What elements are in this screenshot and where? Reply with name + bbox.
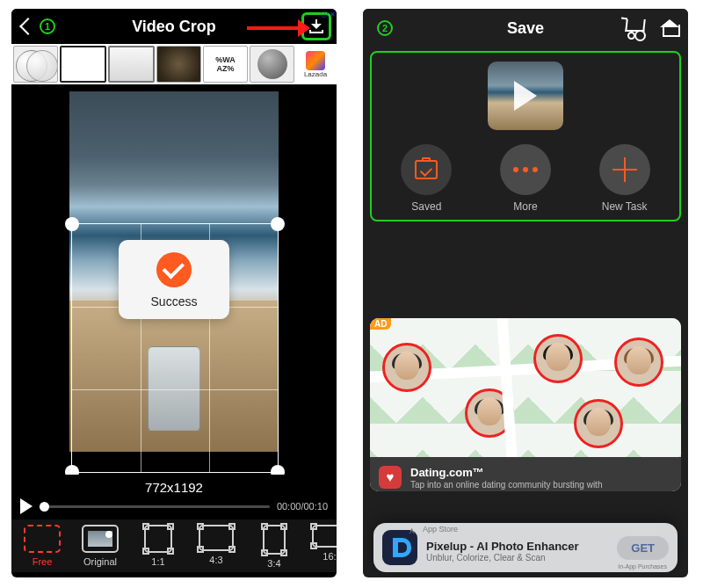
get-button[interactable]: GET xyxy=(617,536,669,560)
saved-icon xyxy=(415,160,438,179)
action-new-task[interactable]: New Task xyxy=(599,144,650,213)
ratio-16-9[interactable]: 16:9 xyxy=(305,525,337,569)
play-icon[interactable] xyxy=(20,498,33,514)
back-icon[interactable] xyxy=(19,18,37,35)
app-icon xyxy=(382,530,417,565)
crop-handle-tl[interactable] xyxy=(65,217,79,231)
annotation-arrow xyxy=(247,26,300,30)
ad-title: Dating.com™ xyxy=(410,466,484,479)
ratio-3-4[interactable]: 3:4 xyxy=(247,525,301,569)
ad-sponsor[interactable]: ⓘ ✕ Lazada xyxy=(296,46,335,83)
sheet-title: Pixelup - AI Photo Enhancer xyxy=(426,540,608,553)
avatar-pin xyxy=(574,399,623,448)
action-more[interactable]: More xyxy=(500,144,551,213)
crop-handle-tr[interactable] xyxy=(271,217,285,231)
store-label: App Store xyxy=(423,525,458,534)
ratio-4-3[interactable]: 4:3 xyxy=(189,525,243,569)
ad-thumb[interactable] xyxy=(13,46,58,83)
sheet-subtitle: Unblur, Colorize, Clear & Scan xyxy=(426,553,608,563)
screen-save: 2 Save Saved More New Task AD xyxy=(363,9,688,577)
step-badge-1: 1 xyxy=(40,18,55,34)
ad-illustration xyxy=(370,318,681,457)
seek-slider[interactable] xyxy=(40,505,270,508)
avatar-pin xyxy=(533,334,583,383)
video-preview[interactable]: Success xyxy=(11,84,337,475)
app-store-sheet[interactable]: ⋏ App Store Pixelup - AI Photo Enhancer … xyxy=(373,523,678,572)
ratio-original[interactable]: Original xyxy=(73,525,127,569)
success-toast: Success xyxy=(119,240,229,319)
cart-icon[interactable] xyxy=(625,19,644,37)
ad-thumb[interactable] xyxy=(156,46,201,83)
navbar: 2 Save xyxy=(363,9,688,47)
crop-handle-bl[interactable] xyxy=(65,465,79,475)
action-saved[interactable]: Saved xyxy=(401,144,452,213)
ad-subtitle: Tap into an online dating community burs… xyxy=(410,480,602,490)
home-icon[interactable] xyxy=(660,19,679,37)
ad-sponsor-label: Lazada xyxy=(304,70,327,78)
download-icon xyxy=(309,19,323,33)
crop-handle-br[interactable] xyxy=(271,465,285,475)
playback-controls: 00:00/00:10 xyxy=(11,498,337,519)
ad-info-close-icon[interactable]: ⓘ ✕ xyxy=(321,10,336,19)
ad-thumb[interactable] xyxy=(60,46,106,83)
step-badge-2: 2 xyxy=(377,20,393,36)
ad-thumb[interactable] xyxy=(108,46,155,83)
avatar-pin xyxy=(382,343,431,392)
lazada-icon xyxy=(306,51,325,70)
ad-thumb[interactable]: %WAAZ% xyxy=(203,46,248,83)
save-result-panel: Saved More New Task xyxy=(370,51,681,221)
checkmark-icon xyxy=(156,252,192,287)
iap-label: In-App Purchases xyxy=(618,563,667,570)
heart-icon: ♥ xyxy=(379,466,402,489)
time-display: 00:00/00:10 xyxy=(277,501,328,512)
appstore-glyph-icon: ⋏ xyxy=(409,526,415,535)
play-overlay-icon xyxy=(514,81,537,111)
success-label: Success xyxy=(151,294,198,309)
screen-video-crop: 1 Video Crop %WAAZ% ⓘ ✕ Lazada xyxy=(11,9,337,577)
ad-badge: AD xyxy=(370,318,391,330)
ratio-free[interactable]: Free xyxy=(15,525,69,569)
avatar-pin xyxy=(614,338,663,387)
aspect-ratio-bar: Free Original 1:1 4:3 3:4 16:9 xyxy=(11,519,337,572)
ad-card[interactable]: AD ♥ Dating.com™ Tap into an online dati… xyxy=(370,318,681,491)
ad-thumb[interactable] xyxy=(250,46,294,83)
avatar-pin xyxy=(465,388,514,438)
video-thumbnail[interactable] xyxy=(488,62,563,130)
plus-icon xyxy=(612,157,637,182)
ratio-1-1[interactable]: 1:1 xyxy=(131,525,185,569)
ad-banner-strip[interactable]: %WAAZ% ⓘ ✕ Lazada xyxy=(11,44,337,84)
crop-dimensions: 772x1192 xyxy=(11,475,337,498)
more-icon xyxy=(513,167,538,172)
ad-app-row[interactable]: ♥ Dating.com™ Tap into an online dating … xyxy=(370,457,681,491)
